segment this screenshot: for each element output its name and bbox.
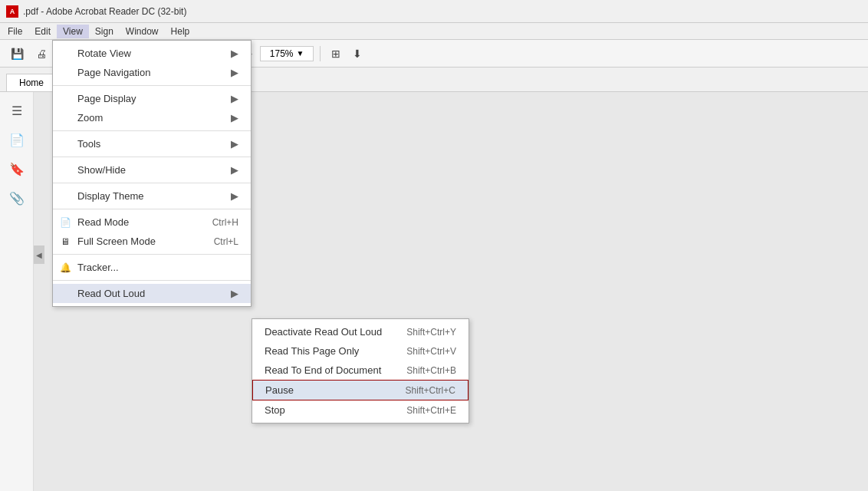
toolbar-fit-btn[interactable]: ⊞ bbox=[327, 45, 345, 62]
stop-shortcut: Shift+Ctrl+E bbox=[382, 405, 456, 416]
page-display-arrow: ▶ bbox=[231, 93, 238, 104]
toolbar-expand-btn[interactable]: ⬇ bbox=[348, 45, 367, 62]
read-out-loud-submenu: Deactivate Read Out Loud Shift+Ctrl+Y Re… bbox=[252, 318, 469, 423]
app-title: .pdf - Adobe Acrobat Reader DC (32-bit) bbox=[23, 6, 186, 17]
sidebar-bookmarks-btn[interactable]: 🔖 bbox=[5, 157, 29, 181]
menu-tracker[interactable]: 🔔 Tracker... bbox=[53, 258, 251, 277]
read-end-shortcut: Shift+Ctrl+B bbox=[382, 365, 456, 376]
sidebar: ☰ 📄 🔖 📎 bbox=[0, 92, 34, 491]
submenu-read-page[interactable]: Read This Page Only Shift+Ctrl+V bbox=[252, 341, 469, 361]
tracker-label: Tracker... bbox=[77, 262, 119, 273]
read-mode-label: Read Mode bbox=[77, 216, 129, 228]
toolbar-print-btn[interactable]: 🖨 bbox=[31, 45, 51, 62]
toolbar-save-btn[interactable]: 💾 bbox=[6, 45, 28, 62]
fullscreen-icon: 🖥 bbox=[59, 236, 71, 248]
display-theme-arrow: ▶ bbox=[231, 190, 238, 202]
collapse-icon: ◀ bbox=[36, 251, 42, 259]
fullscreen-label: Full Screen Mode bbox=[77, 236, 156, 247]
title-bar: A .pdf - Adobe Acrobat Reader DC (32-bit… bbox=[0, 0, 868, 23]
read-page-label: Read This Page Only bbox=[265, 345, 359, 357]
menu-rotate-view[interactable]: Rotate View ▶ bbox=[53, 44, 251, 63]
sep-5 bbox=[53, 209, 251, 209]
collapse-sidebar-btn[interactable]: ◀ bbox=[34, 246, 44, 264]
zoom-selector[interactable]: 175% ▼ bbox=[260, 46, 314, 61]
sidebar-attachments-btn[interactable]: 📎 bbox=[5, 186, 29, 210]
zoom-label: Zoom bbox=[77, 112, 103, 124]
deactivate-label: Deactivate Read Out Loud bbox=[265, 326, 382, 338]
toolbar-separator-4 bbox=[320, 46, 321, 61]
sep-6 bbox=[53, 254, 251, 255]
menu-help[interactable]: Help bbox=[165, 25, 196, 38]
menu-edit[interactable]: Edit bbox=[28, 25, 57, 38]
menu-read-out-loud[interactable]: Read Out Loud ▶ bbox=[53, 284, 251, 303]
zoom-dropdown-icon: ▼ bbox=[297, 49, 304, 58]
sidebar-pages-btn[interactable]: 📄 bbox=[5, 127, 29, 152]
menu-page-display[interactable]: Page Display ▶ bbox=[53, 89, 251, 108]
rotate-view-label: Rotate View bbox=[77, 48, 131, 59]
page-display-label: Page Display bbox=[77, 93, 136, 104]
sidebar-home-btn[interactable]: ☰ bbox=[5, 98, 29, 123]
menu-bar: File Edit View Sign Window Help bbox=[0, 23, 868, 40]
menu-sign[interactable]: Sign bbox=[89, 25, 120, 38]
submenu-deactivate[interactable]: Deactivate Read Out Loud Shift+Ctrl+Y bbox=[252, 322, 469, 341]
menu-display-theme[interactable]: Display Theme ▶ bbox=[53, 186, 251, 206]
read-page-shortcut: Shift+Ctrl+V bbox=[382, 346, 456, 357]
pause-shortcut: Shift+Ctrl+C bbox=[381, 385, 455, 396]
submenu-stop[interactable]: Stop Shift+Ctrl+E bbox=[252, 400, 469, 420]
submenu-pause[interactable]: Pause Shift+Ctrl+C bbox=[252, 380, 469, 400]
read-end-label: Read To End of Document bbox=[265, 364, 381, 376]
sep-7 bbox=[53, 280, 251, 281]
submenu-read-end[interactable]: Read To End of Document Shift+Ctrl+B bbox=[252, 361, 469, 380]
view-dropdown: Rotate View ▶ Page Navigation ▶ Page Dis… bbox=[52, 40, 252, 307]
read-out-loud-label: Read Out Loud bbox=[77, 288, 145, 299]
sep-3 bbox=[53, 157, 251, 157]
menu-read-mode[interactable]: 📄 Read Mode Ctrl+H bbox=[53, 213, 251, 232]
display-theme-label: Display Theme bbox=[77, 190, 143, 202]
menu-fullscreen[interactable]: 🖥 Full Screen Mode Ctrl+L bbox=[53, 232, 251, 251]
fullscreen-shortcut: Ctrl+L bbox=[189, 236, 238, 247]
page-nav-arrow: ▶ bbox=[231, 67, 238, 78]
app-icon: A bbox=[6, 5, 18, 18]
read-mode-shortcut: Ctrl+H bbox=[188, 217, 238, 228]
show-hide-label: Show/Hide bbox=[77, 164, 126, 176]
rotate-view-arrow: ▶ bbox=[231, 48, 238, 59]
tracker-icon: 🔔 bbox=[59, 262, 71, 274]
stop-label: Stop bbox=[265, 404, 285, 416]
page-navigation-label: Page Navigation bbox=[77, 67, 150, 78]
menu-page-navigation[interactable]: Page Navigation ▶ bbox=[53, 63, 251, 82]
menu-show-hide[interactable]: Show/Hide ▶ bbox=[53, 160, 251, 180]
read-out-loud-arrow: ▶ bbox=[231, 288, 238, 299]
menu-zoom[interactable]: Zoom ▶ bbox=[53, 108, 251, 127]
tools-arrow: ▶ bbox=[231, 138, 238, 150]
sep-4 bbox=[53, 183, 251, 183]
menu-window[interactable]: Window bbox=[120, 25, 165, 38]
deactivate-shortcut: Shift+Ctrl+Y bbox=[382, 327, 456, 338]
sep-1 bbox=[53, 85, 251, 86]
sep-2 bbox=[53, 130, 251, 131]
read-mode-icon: 📄 bbox=[59, 216, 71, 229]
show-hide-arrow: ▶ bbox=[231, 164, 238, 176]
pause-label: Pause bbox=[265, 384, 294, 396]
tools-label: Tools bbox=[77, 138, 100, 150]
menu-tools[interactable]: Tools ▶ bbox=[53, 134, 251, 153]
home-tab[interactable]: Home bbox=[6, 74, 57, 91]
menu-view[interactable]: View bbox=[57, 25, 89, 38]
zoom-level: 175% bbox=[270, 48, 294, 59]
menu-file[interactable]: File bbox=[2, 25, 28, 38]
zoom-arrow: ▶ bbox=[231, 112, 238, 124]
